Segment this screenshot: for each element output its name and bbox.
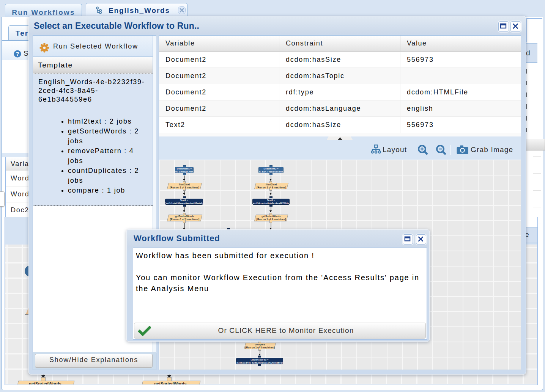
- svg-text:?: ?: [16, 51, 19, 57]
